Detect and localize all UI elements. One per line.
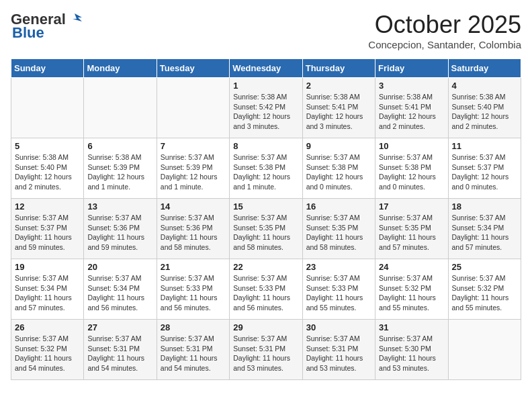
day-info: Sunrise: 5:38 AM Sunset: 5:40 PM Dayligh… [452,92,517,132]
day-info: Sunrise: 5:38 AM Sunset: 5:41 PM Dayligh… [306,92,371,132]
calendar-cell: 16Sunrise: 5:37 AM Sunset: 5:35 PM Dayli… [302,199,375,259]
day-info: Sunrise: 5:37 AM Sunset: 5:37 PM Dayligh… [452,152,517,192]
calendar-cell: 5Sunrise: 5:38 AM Sunset: 5:40 PM Daylig… [11,138,84,199]
calendar-cell: 6Sunrise: 5:38 AM Sunset: 5:39 PM Daylig… [84,138,157,199]
calendar-cell [448,320,521,380]
calendar-cell: 7Sunrise: 5:37 AM Sunset: 5:39 PM Daylig… [157,138,229,199]
day-number: 20 [87,262,152,272]
calendar-cell: 18Sunrise: 5:37 AM Sunset: 5:34 PM Dayli… [448,199,521,259]
day-info: Sunrise: 5:37 AM Sunset: 5:38 PM Dayligh… [233,152,298,192]
day-info: Sunrise: 5:38 AM Sunset: 5:41 PM Dayligh… [379,92,444,132]
day-info: Sunrise: 5:37 AM Sunset: 5:31 PM Dayligh… [87,334,152,373]
calendar-cell: 12Sunrise: 5:37 AM Sunset: 5:37 PM Dayli… [11,199,84,259]
day-info: Sunrise: 5:37 AM Sunset: 5:35 PM Dayligh… [379,213,444,253]
calendar-table: SundayMondayTuesdayWednesdayThursdayFrid… [11,58,521,380]
calendar-cell: 22Sunrise: 5:37 AM Sunset: 5:33 PM Dayli… [230,259,302,320]
day-number: 30 [306,322,371,332]
day-info: Sunrise: 5:37 AM Sunset: 5:34 PM Dayligh… [87,273,152,313]
day-number: 6 [87,141,152,151]
day-number: 29 [233,322,298,332]
day-info: Sunrise: 5:37 AM Sunset: 5:31 PM Dayligh… [161,334,226,373]
calendar-cell: 1Sunrise: 5:38 AM Sunset: 5:42 PM Daylig… [230,78,302,138]
calendar-cell: 27Sunrise: 5:37 AM Sunset: 5:31 PM Dayli… [84,320,157,380]
calendar-cell: 28Sunrise: 5:37 AM Sunset: 5:31 PM Dayli… [157,320,229,380]
day-number: 23 [306,262,371,272]
calendar-cell: 29Sunrise: 5:37 AM Sunset: 5:31 PM Dayli… [230,320,302,380]
day-number: 14 [161,201,226,212]
day-number: 21 [161,262,226,272]
day-number: 9 [306,141,371,151]
logo-blue-text: Blue [12,24,44,42]
day-info: Sunrise: 5:37 AM Sunset: 5:34 PM Dayligh… [452,213,517,253]
logo: General Blue [11,11,82,42]
weekday-header-thursday: Thursday [302,59,375,78]
day-info: Sunrise: 5:37 AM Sunset: 5:33 PM Dayligh… [306,273,371,313]
location-subtitle: Concepcion, Santander, Colombia [368,39,521,50]
day-number: 27 [87,322,152,332]
calendar-cell: 2Sunrise: 5:38 AM Sunset: 5:41 PM Daylig… [302,78,375,138]
day-number: 2 [306,81,371,91]
day-number: 8 [233,141,298,151]
calendar-cell: 30Sunrise: 5:37 AM Sunset: 5:31 PM Dayli… [302,320,375,380]
calendar-week-1: 1Sunrise: 5:38 AM Sunset: 5:42 PM Daylig… [11,78,521,138]
day-info: Sunrise: 5:37 AM Sunset: 5:36 PM Dayligh… [161,213,226,253]
day-number: 5 [15,141,80,151]
calendar-week-5: 26Sunrise: 5:37 AM Sunset: 5:32 PM Dayli… [11,320,521,380]
calendar-cell: 9Sunrise: 5:37 AM Sunset: 5:38 PM Daylig… [302,138,375,199]
day-info: Sunrise: 5:37 AM Sunset: 5:35 PM Dayligh… [233,213,298,253]
calendar-cell: 25Sunrise: 5:37 AM Sunset: 5:32 PM Dayli… [448,259,521,320]
calendar-cell: 4Sunrise: 5:38 AM Sunset: 5:40 PM Daylig… [448,78,521,138]
day-number: 12 [15,201,80,212]
calendar-cell: 31Sunrise: 5:37 AM Sunset: 5:30 PM Dayli… [375,320,448,380]
day-number: 25 [452,262,517,272]
calendar-cell [11,78,84,138]
calendar-cell: 14Sunrise: 5:37 AM Sunset: 5:36 PM Dayli… [157,199,229,259]
day-number: 15 [233,201,298,212]
weekday-header-sunday: Sunday [11,59,84,78]
weekday-header-friday: Friday [375,59,448,78]
day-info: Sunrise: 5:37 AM Sunset: 5:35 PM Dayligh… [306,213,371,253]
calendar-week-2: 5Sunrise: 5:38 AM Sunset: 5:40 PM Daylig… [11,138,521,199]
calendar-cell: 26Sunrise: 5:37 AM Sunset: 5:32 PM Dayli… [11,320,84,380]
calendar-cell: 19Sunrise: 5:37 AM Sunset: 5:34 PM Dayli… [11,259,84,320]
logo-bird-icon [67,11,82,26]
calendar-week-3: 12Sunrise: 5:37 AM Sunset: 5:37 PM Dayli… [11,199,521,259]
calendar-cell: 23Sunrise: 5:37 AM Sunset: 5:33 PM Dayli… [302,259,375,320]
day-info: Sunrise: 5:37 AM Sunset: 5:34 PM Dayligh… [15,273,80,313]
day-info: Sunrise: 5:37 AM Sunset: 5:37 PM Dayligh… [15,213,80,253]
calendar-header-row: SundayMondayTuesdayWednesdayThursdayFrid… [11,59,521,78]
day-info: Sunrise: 5:37 AM Sunset: 5:30 PM Dayligh… [379,334,444,373]
calendar-cell: 8Sunrise: 5:37 AM Sunset: 5:38 PM Daylig… [230,138,302,199]
calendar-cell: 13Sunrise: 5:37 AM Sunset: 5:36 PM Dayli… [84,199,157,259]
day-number: 11 [452,141,517,151]
day-info: Sunrise: 5:37 AM Sunset: 5:33 PM Dayligh… [233,273,298,313]
day-number: 26 [15,322,80,332]
day-number: 17 [379,201,444,212]
day-info: Sunrise: 5:37 AM Sunset: 5:32 PM Dayligh… [452,273,517,313]
day-info: Sunrise: 5:37 AM Sunset: 5:38 PM Dayligh… [379,152,444,192]
day-info: Sunrise: 5:38 AM Sunset: 5:40 PM Dayligh… [15,152,80,192]
day-info: Sunrise: 5:37 AM Sunset: 5:38 PM Dayligh… [306,152,371,192]
calendar-cell: 3Sunrise: 5:38 AM Sunset: 5:41 PM Daylig… [375,78,448,138]
calendar-cell: 20Sunrise: 5:37 AM Sunset: 5:34 PM Dayli… [84,259,157,320]
calendar-week-4: 19Sunrise: 5:37 AM Sunset: 5:34 PM Dayli… [11,259,521,320]
day-number: 28 [161,322,226,332]
day-info: Sunrise: 5:37 AM Sunset: 5:31 PM Dayligh… [233,334,298,373]
day-info: Sunrise: 5:38 AM Sunset: 5:39 PM Dayligh… [87,152,152,192]
day-info: Sunrise: 5:38 AM Sunset: 5:42 PM Dayligh… [233,92,298,132]
title-block: October 2025 Concepcion, Santander, Colo… [368,11,521,50]
day-info: Sunrise: 5:37 AM Sunset: 5:32 PM Dayligh… [15,334,80,373]
weekday-header-tuesday: Tuesday [157,59,229,78]
day-info: Sunrise: 5:37 AM Sunset: 5:39 PM Dayligh… [161,152,226,192]
day-number: 22 [233,262,298,272]
day-info: Sunrise: 5:37 AM Sunset: 5:33 PM Dayligh… [161,273,226,313]
calendar-cell: 21Sunrise: 5:37 AM Sunset: 5:33 PM Dayli… [157,259,229,320]
day-info: Sunrise: 5:37 AM Sunset: 5:36 PM Dayligh… [87,213,152,253]
day-number: 10 [379,141,444,151]
day-number: 31 [379,322,444,332]
day-number: 1 [233,81,298,91]
svg-marker-0 [73,13,82,21]
day-number: 4 [452,81,517,91]
day-info: Sunrise: 5:37 AM Sunset: 5:31 PM Dayligh… [306,334,371,373]
day-number: 7 [161,141,226,151]
